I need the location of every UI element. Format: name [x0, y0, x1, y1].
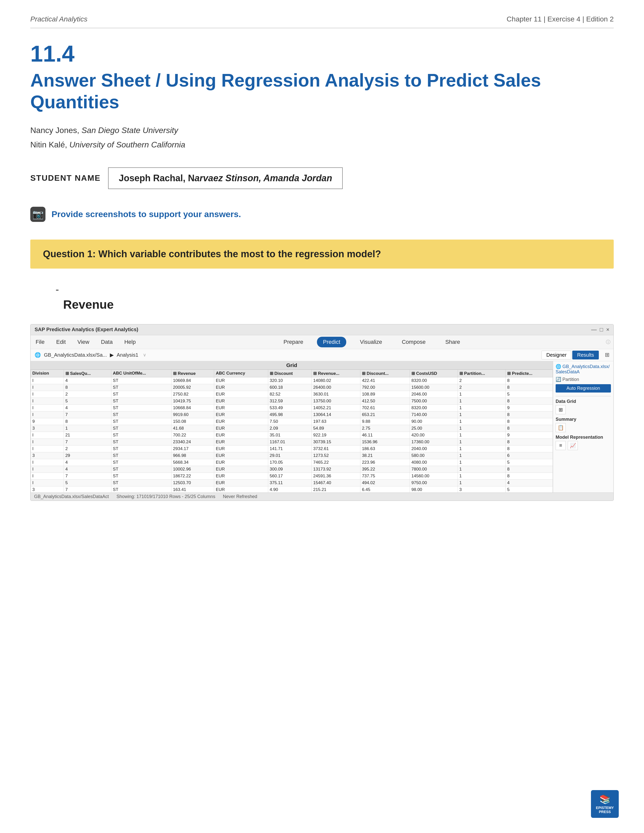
- summary-icon[interactable]: 📋: [555, 423, 566, 432]
- table-cell: 30739.15: [312, 439, 361, 445]
- table-cell: 8: [506, 377, 553, 384]
- maximize-btn[interactable]: □: [600, 326, 603, 333]
- table-cell: 5: [506, 459, 553, 466]
- sidebar-partition: 🔄 Partition: [555, 376, 611, 382]
- model-list-icon[interactable]: ≡: [555, 441, 566, 450]
- breadcrumb-file[interactable]: GB_AnalyticsData.xlsx/Sa...: [44, 352, 107, 358]
- epistemy-icon: 📚: [599, 794, 611, 805]
- sap-window: SAP Predictive Analytics (Expert Analyti…: [30, 324, 614, 501]
- model-chart-icon[interactable]: 📈: [568, 441, 578, 450]
- menu-edit[interactable]: Edit: [54, 338, 68, 346]
- sidebar-auto-reg[interactable]: Auto Regression: [555, 384, 611, 392]
- table-cell: EUR: [214, 384, 268, 391]
- table-cell: 3: [31, 425, 64, 432]
- table-cell: 170.05: [268, 459, 311, 466]
- table-cell: ST: [111, 439, 171, 445]
- table-cell: ST: [111, 473, 171, 479]
- table-cell: 8320.00: [410, 404, 458, 411]
- col-partition: ⊞ Partition...: [457, 370, 506, 377]
- table-cell: I: [31, 459, 64, 466]
- menu-data[interactable]: Data: [99, 338, 115, 346]
- table-cell: 2: [457, 377, 506, 384]
- table-cell: I: [31, 432, 64, 439]
- table-cell: 8: [506, 439, 553, 445]
- table-cell: 966.98: [171, 452, 214, 459]
- answer-section: - Revenue: [30, 284, 614, 312]
- table-cell: 1: [457, 425, 506, 432]
- table-cell: 1273.52: [312, 452, 361, 459]
- table-cell: ST: [111, 425, 171, 432]
- table-cell: 1536.96: [361, 439, 410, 445]
- table-row: 329ST966.98EUR29.011273.5238.21580.0016: [31, 452, 553, 459]
- table-cell: 108.89: [361, 391, 410, 397]
- table-cell: EUR: [214, 473, 268, 479]
- table-cell: 4080.00: [410, 459, 458, 466]
- table-cell: 90.00: [410, 418, 458, 425]
- epistemy-logo: 📚 EPISTEMYPRESS: [591, 790, 619, 818]
- table-cell: 494.02: [361, 479, 410, 486]
- table-cell: 1: [457, 459, 506, 466]
- table-cell: 2: [64, 445, 111, 452]
- camera-icon: 📷: [30, 207, 45, 222]
- table-cell: 98.00: [410, 486, 458, 492]
- author-1-affiliation: San Diego State University: [82, 126, 178, 135]
- breadcrumb-sep: ▶: [110, 352, 114, 358]
- table-cell: 560.17: [268, 473, 311, 479]
- breadcrumb-analysis[interactable]: Analysis1: [117, 352, 138, 358]
- table-cell: 14080.02: [312, 377, 361, 384]
- toolbar-compose[interactable]: Compose: [396, 337, 431, 347]
- toolbar-prepare[interactable]: Prepare: [277, 337, 309, 347]
- answer-dash: -: [30, 284, 614, 295]
- table-cell: 2: [457, 384, 506, 391]
- table-row: I7ST23340.24EUR1167.0130739.151536.96173…: [31, 439, 553, 445]
- menu-file[interactable]: File: [34, 338, 47, 346]
- table-cell: 9: [31, 418, 64, 425]
- table-cell: 375.11: [268, 479, 311, 486]
- table-cell: I: [31, 397, 64, 404]
- toolbar-predict[interactable]: Predict: [317, 337, 346, 347]
- table-cell: 4: [64, 404, 111, 411]
- question-box: Question 1: Which variable contributes t…: [30, 240, 614, 269]
- table-cell: 8: [506, 397, 553, 404]
- table-cell: 1: [457, 473, 506, 479]
- data-table: Division ⊞ SalesQu... ABC UnitOfMe... ⊞ …: [31, 370, 553, 492]
- table-row: 98ST150.08EUR7.50197.639.8890.0018: [31, 418, 553, 425]
- grid-view-icon[interactable]: ⊞: [605, 352, 609, 358]
- table-cell: 54.89: [312, 425, 361, 432]
- chapter-number: 11.4: [30, 41, 614, 67]
- results-btn[interactable]: Results: [572, 351, 599, 359]
- table-cell: 495.98: [268, 411, 311, 418]
- table-cell: 312.59: [268, 397, 311, 404]
- table-cell: 7: [64, 486, 111, 492]
- toolbar-visualize[interactable]: Visualize: [354, 337, 388, 347]
- table-cell: 26400.00: [312, 384, 361, 391]
- table-cell: 8320.00: [410, 377, 458, 384]
- table-cell: 7500.00: [410, 397, 458, 404]
- menu-help[interactable]: Help: [122, 338, 138, 346]
- table-cell: ST: [111, 397, 171, 404]
- table-cell: 10002.96: [171, 466, 214, 473]
- table-cell: 3732.61: [312, 445, 361, 452]
- table-cell: 12503.70: [171, 479, 214, 486]
- col-predicte: ⊞ Predicte...: [506, 370, 553, 377]
- table-cell: EUR: [214, 418, 268, 425]
- student-name-box[interactable]: Joseph Rachal, Narvaez Stinson, Amanda J…: [108, 167, 343, 189]
- table-cell: 300.09: [268, 466, 311, 473]
- student-name-label: STUDENT NAME: [30, 174, 100, 183]
- table-cell: 8: [506, 418, 553, 425]
- breadcrumb-dropdown[interactable]: ∨: [143, 352, 146, 358]
- sap-window-controls[interactable]: — □ ×: [591, 326, 609, 333]
- minimize-btn[interactable]: —: [591, 326, 597, 333]
- table-row: I21ST700.22EUR35.01922.1946.11420.0019: [31, 432, 553, 439]
- designer-btn[interactable]: Designer: [541, 351, 571, 359]
- toolbar-share[interactable]: Share: [439, 337, 466, 347]
- sap-breadcrumb: 🌐 GB_AnalyticsData.xlsx/Sa... ▶ Analysis…: [31, 349, 613, 361]
- table-cell: 29.01: [268, 452, 311, 459]
- table-row: 37ST163.41EUR4.90215.216.4598.0035: [31, 486, 553, 492]
- menu-view[interactable]: View: [75, 338, 91, 346]
- table-cell: EUR: [214, 486, 268, 492]
- data-grid-icon[interactable]: ⊞: [555, 405, 566, 414]
- table-cell: EUR: [214, 452, 268, 459]
- close-btn[interactable]: ×: [606, 326, 609, 333]
- table-cell: I: [31, 473, 64, 479]
